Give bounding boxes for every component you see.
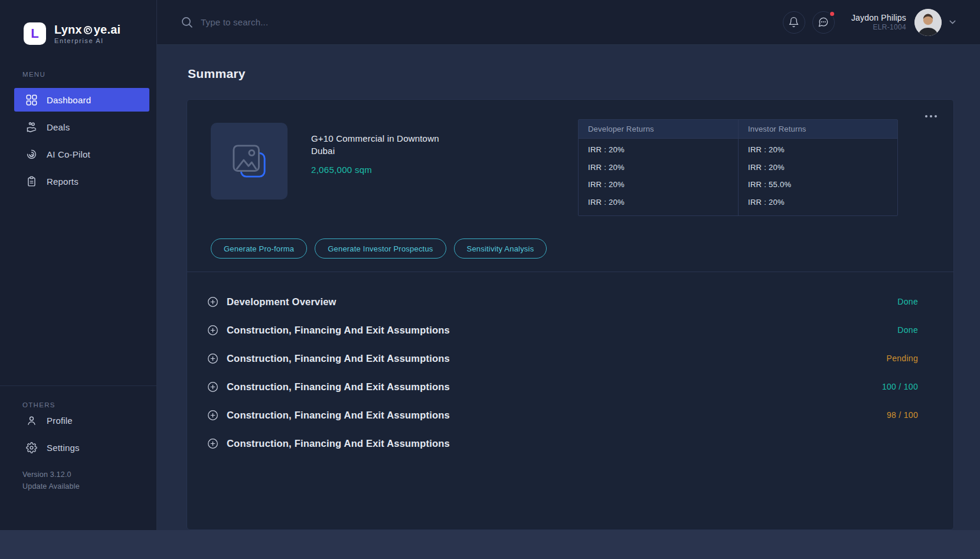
developer-returns-table: Developer Returns IRR : 20% IRR : 20% IR… bbox=[579, 120, 738, 215]
main-column: Jaydon Philips ELR-1004 Summary bbox=[157, 0, 980, 530]
sidebar-item-label: Reports bbox=[47, 176, 79, 187]
chevron-down-icon[interactable] bbox=[948, 17, 958, 27]
table-row: IRR : 55.0% bbox=[748, 180, 888, 189]
plus-circle-icon[interactable] bbox=[207, 325, 218, 336]
sidebar-nav: Dashboard Deals bbox=[0, 88, 156, 197]
sidebar-item-label: Profile bbox=[47, 416, 73, 426]
sidebar-item-settings[interactable]: Settings bbox=[14, 436, 149, 459]
accordion-row-label: Construction, Financing And Exit Assumpt… bbox=[227, 438, 450, 449]
brand-name: Lynx ye.ai bbox=[54, 23, 120, 36]
version-text: Version 3.12.0 bbox=[22, 469, 149, 480]
accordion-row[interactable]: Construction, Financing And Exit Assumpt… bbox=[207, 344, 918, 372]
eye-spiral-icon bbox=[83, 24, 93, 35]
messages-button[interactable] bbox=[812, 11, 835, 34]
sidebar-item-label: Dashboard bbox=[47, 95, 91, 105]
accordion-row[interactable]: Construction, Financing And Exit Assumpt… bbox=[207, 401, 918, 429]
plus-circle-icon[interactable] bbox=[207, 438, 218, 449]
bell-icon bbox=[788, 17, 799, 28]
clipboard-icon bbox=[26, 176, 37, 187]
plus-circle-icon[interactable] bbox=[207, 410, 218, 421]
topbar: Jaydon Philips ELR-1004 bbox=[157, 0, 980, 45]
card-actions: Generate Pro-forma Generate Investor Pro… bbox=[211, 238, 939, 259]
page-title: Summary bbox=[188, 66, 954, 81]
property-info: G+10 Commercial in Downtown Dubai 2,065,… bbox=[311, 123, 459, 175]
notification-badge-dot bbox=[829, 11, 835, 17]
content-area: Summary bbox=[157, 45, 980, 530]
accordion-row[interactable]: Construction, Financing And Exit Assumpt… bbox=[207, 372, 918, 401]
plus-circle-icon[interactable] bbox=[207, 296, 218, 308]
sensitivity-analysis-button[interactable]: Sensitivity Analysis bbox=[454, 238, 547, 259]
table-row: IRR : 20% bbox=[588, 180, 729, 189]
brand-tagline: Enterprise AI bbox=[54, 37, 120, 44]
accordion-row-label: Construction, Financing And Exit Assumpt… bbox=[227, 410, 450, 421]
brand-name-pre: Lynx bbox=[54, 23, 82, 36]
property-size: 2,065,000 sqm bbox=[311, 165, 459, 175]
status-badge: Done bbox=[897, 297, 918, 306]
user-id: ELR-1004 bbox=[851, 23, 906, 32]
investor-returns-table: Investor Returns IRR : 20% IRR : 20% IRR… bbox=[738, 120, 897, 215]
search-input[interactable] bbox=[201, 17, 401, 27]
property-title: G+10 Commercial in Downtown Dubai bbox=[311, 132, 446, 157]
generate-investor-prospectus-button[interactable]: Generate Investor Prospectus bbox=[315, 238, 446, 259]
brand-logo[interactable]: L Lynx ye.ai Enterprise AI bbox=[0, 0, 156, 45]
brand-logo-letter: L bbox=[31, 26, 38, 41]
grid-icon bbox=[26, 94, 37, 106]
menu-section-label: MENU bbox=[22, 71, 156, 78]
notifications-button[interactable] bbox=[783, 11, 805, 34]
status-badge: Done bbox=[897, 325, 918, 335]
accordion-row[interactable]: Construction, Financing And Exit Assumpt… bbox=[207, 429, 918, 457]
table-row: IRR : 20% bbox=[588, 163, 729, 172]
sidebar-item-label: Deals bbox=[47, 122, 70, 132]
gear-icon bbox=[26, 442, 37, 453]
app-window: L Lynx ye.ai Enterprise AI MENU bbox=[0, 0, 980, 530]
summary-card: G+10 Commercial in Downtown Dubai 2,065,… bbox=[187, 99, 954, 530]
status-badge: 98 / 100 bbox=[887, 410, 918, 420]
plus-circle-icon[interactable] bbox=[207, 353, 218, 364]
image-placeholder-icon bbox=[231, 143, 267, 179]
copilot-spiral-icon bbox=[26, 149, 37, 160]
search-icon bbox=[181, 16, 193, 28]
user-name: Jaydon Philips bbox=[851, 13, 906, 23]
others-section-label: OTHERS bbox=[22, 401, 149, 408]
update-available-link[interactable]: Update Available bbox=[22, 480, 149, 492]
deals-icon bbox=[26, 122, 37, 133]
sidebar-item-ai-co-pilot[interactable]: AI Co-Pilot bbox=[14, 142, 149, 166]
sidebar-item-reports[interactable]: Reports bbox=[14, 169, 149, 193]
property-image-placeholder bbox=[211, 123, 288, 200]
returns-tables: Developer Returns IRR : 20% IRR : 20% IR… bbox=[578, 119, 898, 216]
card-more-menu[interactable] bbox=[923, 113, 939, 120]
status-badge: Pending bbox=[887, 354, 918, 363]
table-row: IRR : 20% bbox=[588, 145, 729, 154]
accordion-row-label: Construction, Financing And Exit Assumpt… bbox=[227, 381, 450, 393]
accordion-row-development-overview[interactable]: Development Overview Done bbox=[207, 287, 918, 316]
table-header: Investor Returns bbox=[739, 120, 897, 139]
avatar[interactable] bbox=[914, 9, 942, 36]
accordion-row-label: Development Overview bbox=[227, 296, 337, 308]
sidebar: L Lynx ye.ai Enterprise AI MENU bbox=[0, 0, 157, 530]
plus-circle-icon[interactable] bbox=[207, 381, 218, 393]
sidebar-item-profile[interactable]: Profile bbox=[14, 408, 149, 432]
sidebar-item-label: Settings bbox=[47, 443, 80, 453]
sidebar-item-deals[interactable]: Deals bbox=[14, 115, 149, 139]
user-menu[interactable]: Jaydon Philips ELR-1004 bbox=[851, 13, 906, 32]
table-row: IRR : 20% bbox=[748, 163, 888, 172]
status-badge: 100 / 100 bbox=[882, 382, 918, 391]
sidebar-bottom: OTHERS Profile Settings bbox=[0, 385, 156, 492]
table-row: IRR : 20% bbox=[748, 198, 888, 207]
sidebar-item-label: AI Co-Pilot bbox=[47, 149, 90, 159]
brand-logo-mark: L bbox=[24, 22, 46, 45]
brand-name-post: ye.ai bbox=[94, 23, 120, 36]
global-search bbox=[181, 16, 776, 28]
accordion-row-label: Construction, Financing And Exit Assumpt… bbox=[227, 325, 450, 336]
card-top-section: G+10 Commercial in Downtown Dubai 2,065,… bbox=[187, 100, 953, 272]
table-row: IRR : 20% bbox=[588, 198, 729, 207]
sidebar-item-dashboard[interactable]: Dashboard bbox=[14, 88, 149, 112]
accordion-list: Development Overview Done Construction, … bbox=[187, 272, 953, 457]
accordion-row[interactable]: Construction, Financing And Exit Assumpt… bbox=[207, 316, 918, 344]
table-row: IRR : 20% bbox=[748, 145, 888, 154]
chat-icon bbox=[818, 17, 829, 28]
table-header: Developer Returns bbox=[579, 120, 738, 139]
person-icon bbox=[26, 415, 37, 426]
generate-pro-forma-button[interactable]: Generate Pro-forma bbox=[211, 238, 307, 259]
accordion-row-label: Construction, Financing And Exit Assumpt… bbox=[227, 353, 450, 364]
